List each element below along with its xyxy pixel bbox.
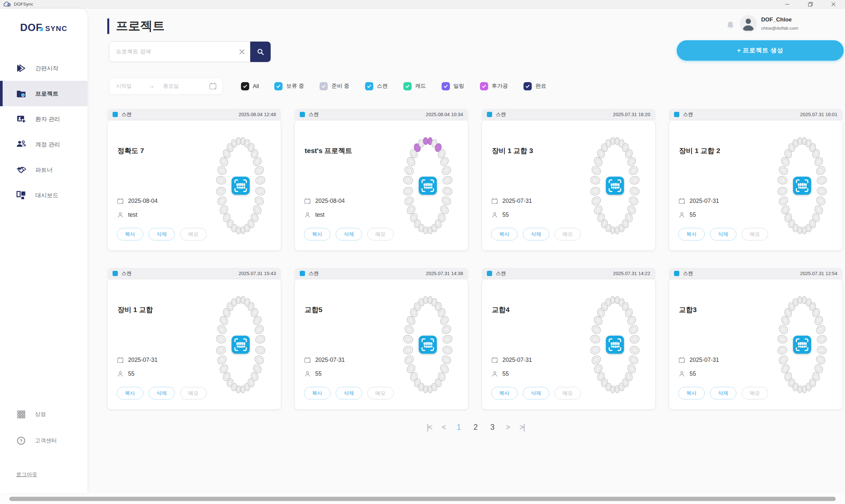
memo-button[interactable]: 메모 [554,228,581,240]
checkbox-box[interactable] [274,82,283,90]
checkbox-box[interactable] [319,82,328,90]
start-date-field[interactable]: 시작일 [116,83,132,90]
calendar-icon [117,357,124,363]
memo-button[interactable]: 메모 [742,228,768,240]
checkbox-label: 후가공 [492,83,508,90]
sidebar-item-2[interactable]: 프로젝트 [0,81,87,106]
horizontal-scrollbar[interactable] [9,497,836,501]
sidebar-item-6[interactable]: 대시보드 [0,182,87,208]
delete-button[interactable]: 삭제 [710,387,736,399]
project-card[interactable]: 스캔 2025.07.31 14:22 교합4 2025-07-31 [481,268,655,410]
minimize-button[interactable] [776,0,799,8]
prev-page-button[interactable]: < [442,423,445,432]
delete-button[interactable]: 삭제 [148,387,175,399]
delete-button[interactable]: 삭제 [336,387,362,399]
restore-button[interactable] [799,0,822,8]
checkbox-box[interactable] [241,82,249,90]
card-header: 스캔 2025.07.31 14:22 [481,268,655,279]
checkbox-box[interactable] [403,82,411,90]
project-user: 55 [503,371,509,377]
sidebar-footer-item-2[interactable]: ? 고객센터 [0,428,87,454]
project-date: 2025-07-31 [503,357,532,363]
memo-button[interactable]: 메모 [180,387,207,399]
copy-button[interactable]: 복사 [117,228,143,240]
memo-button[interactable]: 메모 [554,387,581,399]
status-filter-checkbox[interactable]: 준비 중 [319,82,349,90]
checkbox-box[interactable] [365,82,373,90]
calendar-icon [678,357,685,363]
user-avatar[interactable] [740,16,756,31]
copy-button[interactable]: 복사 [491,228,517,240]
last-page-button[interactable]: >| [520,423,525,432]
project-card[interactable]: 스캔 2025.07.31 14:38 교합5 2025-07-31 [295,268,469,410]
copy-button[interactable]: 복사 [491,387,517,399]
close-button[interactable] [822,0,845,8]
delete-button[interactable]: 삭제 [336,228,362,240]
copy-button[interactable]: 복사 [304,228,330,240]
sidebar-item-label: 간편시작 [35,64,58,72]
sidebar-item-4[interactable]: 계정 관리 [0,132,87,157]
search-input[interactable] [109,41,250,62]
sidebar-item-5[interactable]: 파트너 [0,157,87,182]
project-date: 2025-07-31 [689,198,719,204]
memo-button[interactable]: 메모 [180,228,207,240]
status-filter-checkbox[interactable]: 스캔 [365,82,388,90]
delete-button[interactable]: 삭제 [710,228,736,240]
page-number-1[interactable]: 1 [456,423,462,432]
page-number-3[interactable]: 3 [489,423,496,432]
checkbox-box[interactable] [480,82,488,90]
partners-icon [16,165,27,175]
status-filter-checkbox[interactable]: All [241,82,259,90]
end-date-field[interactable]: 종료일 [163,83,179,90]
app-cloud-icon: S [3,1,11,7]
checkbox-label: 완료 [535,83,546,90]
checkbox-box[interactable] [524,82,532,90]
person-icon [491,371,498,377]
create-project-button[interactable]: + 프로젝트 생성 [677,40,844,61]
checkbox-box[interactable] [442,82,450,90]
sidebar-item-3[interactable]: 환자 관리 [0,106,87,132]
search-button[interactable] [250,41,271,62]
card-body: 정확도 7 2025-08-04 test 복사 [107,120,281,251]
dental-arch-preview [774,131,830,240]
project-card[interactable]: 스캔 2025.07.31 15:43 장비 1 교합 2025-07-31 [107,268,281,410]
copy-button[interactable]: 복사 [117,387,143,399]
delete-button[interactable]: 삭제 [148,228,175,240]
logout-link[interactable]: 로그아웃 [16,471,37,478]
project-card[interactable]: 스캔 2025.08.04 10:34 test's 프로젝트 2025-08-… [295,109,469,251]
dofsync-logo: DOF SYNC [0,22,87,34]
copy-button[interactable]: 복사 [304,387,330,399]
sidebar-item-1[interactable]: 간편시작 [0,55,87,81]
project-date: 2025-07-31 [128,357,158,363]
status-filter-checkbox[interactable]: 밀링 [442,82,464,90]
next-page-button[interactable]: > [506,423,509,432]
status-filter-checkbox[interactable]: 캐드 [403,82,426,90]
copy-button[interactable]: 복사 [678,387,705,399]
status-filter-checkbox[interactable]: 완료 [524,82,546,90]
person-icon [304,212,311,218]
sidebar-footer-item-1[interactable]: 상점 [0,401,87,428]
project-card[interactable]: 스캔 2025.08.04 12:48 정확도 7 2025-08-04 [107,109,281,251]
first-page-button[interactable]: |< [427,423,432,432]
notification-bell-icon[interactable] [725,20,735,31]
project-card[interactable]: 스캔 2025.07.31 16:01 장비 1 교합 2 2025-07-31 [669,109,843,251]
memo-button[interactable]: 메모 [742,387,768,399]
status-filter-checkbox[interactable]: 보류 중 [274,82,304,90]
card-status: 스캔 [309,270,319,277]
checkbox-label: 스캔 [377,83,388,90]
checkmark-icon [525,84,530,89]
memo-button[interactable]: 메모 [367,228,394,240]
page-number-2[interactable]: 2 [472,423,479,432]
person-icon [117,212,124,218]
delete-button[interactable]: 삭제 [523,228,549,240]
memo-button[interactable]: 메모 [367,387,394,399]
calendar-picker-icon[interactable] [209,82,217,90]
project-card[interactable]: 스캔 2025.07.31 16:20 장비 1 교합 3 2025-07-31 [481,109,655,251]
delete-button[interactable]: 삭제 [523,387,549,399]
status-filter-checkbox[interactable]: 후가공 [480,82,508,90]
person-icon [304,371,311,377]
clear-search-icon[interactable] [238,48,246,55]
page-numbers: 1 2 3 [456,423,496,432]
copy-button[interactable]: 복사 [678,228,705,240]
project-card[interactable]: 스캔 2025.07.31 12:54 교합3 2025-07-31 [669,268,843,410]
